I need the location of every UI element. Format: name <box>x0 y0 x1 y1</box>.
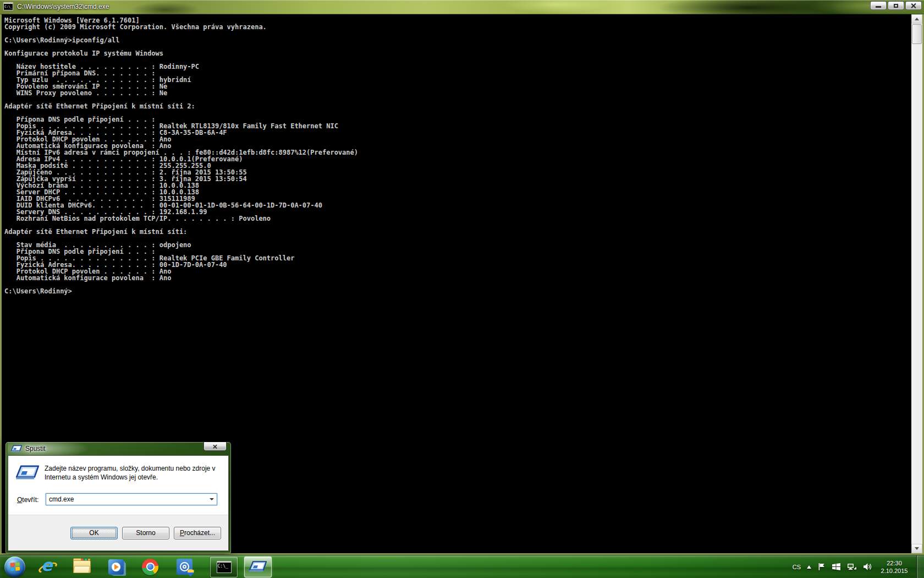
chrome-icon <box>142 559 158 575</box>
maximize-icon <box>894 4 898 8</box>
network-icon[interactable] <box>847 563 857 571</box>
taskbar-item-chrome[interactable] <box>133 556 167 578</box>
minimize-button[interactable] <box>870 1 887 10</box>
cmd-window-title: C:\Windows\system32\cmd.exe <box>17 3 109 10</box>
cmd-window-icon: C:\_ <box>3 2 13 10</box>
cancel-button[interactable]: Storno <box>122 527 169 539</box>
windows-logo-icon[interactable] <box>832 563 841 571</box>
message-line-2: Internetu a systém Windows jej otevře. <box>45 473 216 482</box>
run-dialog-body: Zadejte název programu, složky, dokument… <box>8 455 229 551</box>
ok-button[interactable]: OK <box>70 527 118 539</box>
run-icon <box>11 445 22 453</box>
scrollbar-up-button[interactable] <box>911 14 922 24</box>
open-combobox[interactable]: cmd.exe <box>46 493 217 505</box>
window-controls <box>870 1 922 10</box>
taskbar: e C:\_ <box>0 555 924 578</box>
run-dialog-footer: OK Storno Procházet... <box>8 515 228 550</box>
show-hidden-icons-button[interactable] <box>807 565 811 569</box>
clock[interactable]: 22:30 2.10.2015 <box>878 559 910 575</box>
media-player-icon <box>108 559 124 575</box>
folder-icon <box>73 560 91 574</box>
cmd-icon: C:\_ <box>217 561 232 573</box>
clock-date: 2.10.2015 <box>878 567 910 575</box>
maximize-button[interactable] <box>888 1 904 10</box>
run-icon-large <box>16 465 39 482</box>
show-desktop-button[interactable] <box>916 555 924 578</box>
taskbar-item-windows-explorer[interactable] <box>65 556 99 578</box>
arrow-up-icon <box>915 18 919 20</box>
open-label: Otevřít: <box>17 496 38 504</box>
run-dialog-titlebar[interactable]: Spustit <box>8 442 229 455</box>
start-button[interactable] <box>4 557 25 577</box>
open-combobox-value[interactable]: cmd.exe <box>46 495 207 503</box>
message-line-1: Zadejte název programu, složky, dokument… <box>45 464 216 473</box>
clock-time: 22:30 <box>878 559 910 567</box>
cmd-titlebar[interactable]: C:\_ C:\Windows\system32\cmd.exe <box>0 0 924 14</box>
run-dialog: Spustit Zadejte název programu, složky, … <box>6 442 231 553</box>
chevron-down-icon <box>210 498 214 500</box>
scrollbar-thumb[interactable] <box>912 24 922 44</box>
desktop-screen: C:\_ C:\Windows\system32\cmd.exe Microso… <box>0 0 924 578</box>
browse-button[interactable]: Procházet... <box>174 527 221 539</box>
close-button[interactable] <box>905 1 922 10</box>
console-output: Microsoft Windows [Verze 6.1.7601] Copyr… <box>4 17 358 295</box>
uac-shield-icon <box>188 569 194 576</box>
system-tray: CS <box>793 555 924 578</box>
volume-icon[interactable] <box>863 563 872 571</box>
close-icon <box>911 3 916 8</box>
minimize-icon <box>876 6 881 8</box>
taskbar-item-media-player[interactable] <box>99 556 133 578</box>
run-dialog-close-button[interactable] <box>204 442 227 451</box>
scrollbar-down-button[interactable] <box>911 544 922 553</box>
run-dialog-content: Zadejte název programu, složky, dokument… <box>8 456 228 515</box>
run-icon <box>249 560 267 574</box>
taskbar-item-app-shield[interactable] <box>167 556 201 578</box>
arrow-down-icon <box>915 547 919 550</box>
taskbar-window-run-dialog[interactable] <box>244 557 272 577</box>
run-dialog-message: Zadejte název programu, složky, dokument… <box>45 464 216 482</box>
close-icon <box>213 444 217 449</box>
run-dialog-title: Spustit <box>25 445 46 452</box>
combobox-dropdown-button[interactable] <box>207 498 217 500</box>
language-indicator[interactable]: CS <box>793 564 801 570</box>
pinned-icons: e <box>31 556 201 578</box>
app-with-shield-icon <box>177 559 193 575</box>
taskbar-window-cmd[interactable]: C:\_ <box>210 557 238 577</box>
internet-explorer-icon: e <box>39 559 57 575</box>
action-center-flag-icon[interactable] <box>817 563 826 571</box>
taskbar-item-internet-explorer[interactable]: e <box>31 556 65 578</box>
console-scrollbar[interactable] <box>911 14 922 553</box>
windows-flag-icon <box>10 562 19 571</box>
